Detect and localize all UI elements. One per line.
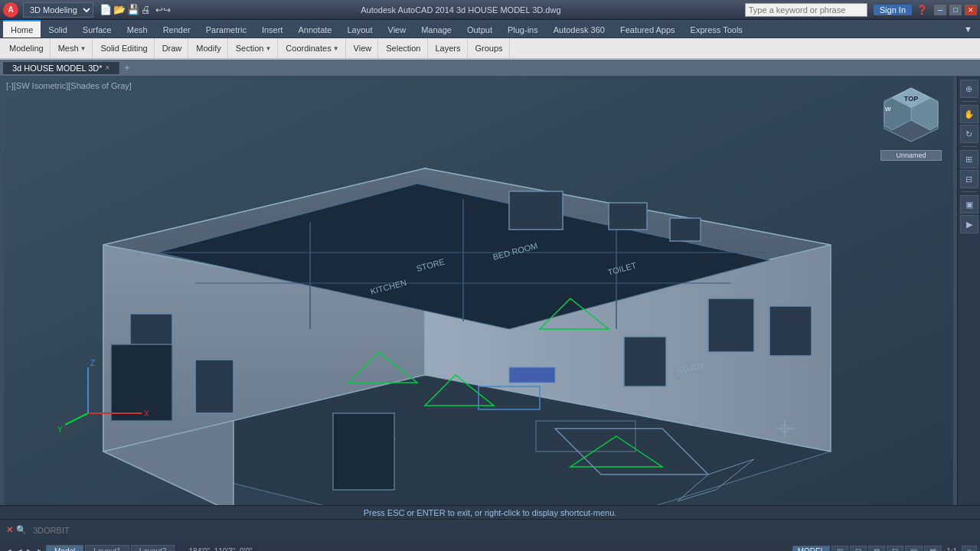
- command-clear-button[interactable]: ✕: [6, 525, 13, 535]
- layout-and-status: ◀ ◀ ▶ ▶ Model Layout1 Layout2 184'0", 11…: [0, 543, 980, 551]
- group-view[interactable]: View: [348, 38, 379, 58]
- grid-button[interactable]: ⊞: [831, 546, 848, 552]
- toolbar-divider-3: [962, 191, 977, 192]
- viewport-container: [-][SW Isometric][Shades of Gray]: [0, 77, 980, 505]
- redo-icon[interactable]: ↪: [163, 5, 171, 15]
- svg-rect-26: [111, 344, 172, 421]
- ribbon-content: Modeling Mesh ▼ Solid Editing Draw Modif…: [0, 38, 980, 60]
- svg-text:W: W: [885, 106, 891, 112]
- group-modify[interactable]: Modify: [190, 38, 227, 58]
- ribbon-toggle-icon[interactable]: ▼: [959, 22, 977, 36]
- sign-in-button[interactable]: Sign In: [874, 5, 912, 15]
- layout-tab-model[interactable]: Model: [46, 545, 83, 551]
- command-search-button[interactable]: 🔍: [16, 525, 27, 535]
- group-mesh[interactable]: Mesh ▼: [52, 38, 93, 58]
- help-icon[interactable]: ❓: [916, 5, 928, 15]
- tab-layout[interactable]: Layout: [339, 20, 380, 37]
- pan-button[interactable]: ✋: [960, 105, 978, 123]
- tab-view[interactable]: View: [381, 20, 414, 37]
- bottom-bar: ◀ ◀ ▶ ▶ Model Layout1 Layout2 184'0", 11…: [0, 543, 980, 551]
- svg-rect-22: [195, 360, 234, 413]
- tab-insert[interactable]: Insert: [254, 20, 291, 37]
- svg-rect-20: [670, 218, 701, 241]
- svg-rect-24: [769, 306, 812, 356]
- tab-manage[interactable]: Manage: [413, 20, 459, 37]
- toolbar-divider-2: [962, 146, 977, 147]
- command-area: ✕ 🔍: [0, 519, 980, 540]
- view-cube-settings[interactable]: ▣: [960, 195, 978, 214]
- svg-text:X: X: [144, 409, 149, 418]
- layout-tab-layout2[interactable]: Layout2: [131, 545, 175, 551]
- group-modeling[interactable]: Modeling: [3, 38, 51, 58]
- layout-tab-layout1[interactable]: Layout1: [85, 545, 129, 551]
- tab-output[interactable]: Output: [459, 20, 500, 37]
- group-layers[interactable]: Layers: [430, 38, 468, 58]
- open-icon[interactable]: 📂: [113, 4, 126, 15]
- nav-prev-arrow[interactable]: ▶: [24, 547, 35, 552]
- window-title: Autodesk AutoCAD 2014 3d HOUSE MODEL 3D.…: [177, 5, 745, 15]
- svg-rect-23: [708, 298, 754, 352]
- status-buttons: MODEL ⊞ ⊟ ⊠ ⊡ ▤ ▦ 1:1 ≡: [792, 546, 977, 552]
- doc-tab-house[interactable]: 3d HOUSE MODEL 3D* ×: [3, 62, 119, 74]
- group-selection[interactable]: Selection: [380, 38, 427, 58]
- group-groups[interactable]: Groups: [469, 38, 510, 58]
- maximize-button[interactable]: □: [949, 5, 962, 15]
- ortho-button[interactable]: ⊠: [868, 546, 885, 552]
- tab-parametric[interactable]: Parametric: [198, 20, 254, 37]
- snap-button[interactable]: ⊟: [850, 546, 867, 552]
- nav-left-arrow[interactable]: ◀: [3, 547, 14, 552]
- osnap-button[interactable]: ▤: [905, 546, 923, 552]
- close-button[interactable]: ✕: [965, 5, 977, 15]
- group-solid-editing[interactable]: Solid Editing: [94, 38, 154, 58]
- svg-rect-25: [624, 337, 666, 386]
- app-icon: A: [3, 2, 18, 18]
- tab-express-tools[interactable]: Express Tools: [683, 20, 750, 37]
- print-icon[interactable]: 🖨: [141, 4, 151, 15]
- title-bar: A 3D Modeling 📄 📂 💾 🖨 ↩ ↪ Autodesk AutoC…: [0, 0, 980, 20]
- group-section[interactable]: Section ▼: [230, 38, 279, 58]
- otrack-button[interactable]: ▦: [924, 546, 942, 552]
- scale-display: 1:1: [943, 547, 960, 552]
- doc-tabs-bar: 3d HOUSE MODEL 3D* × +: [0, 60, 980, 77]
- nav-cube-label: Unnamed: [880, 150, 942, 161]
- right-toolbar: ⊕ ✋ ↻ ⊞ ⊟ ▣ ▶: [957, 77, 980, 505]
- steering-wheel-button[interactable]: ⊞: [960, 150, 978, 168]
- tab-featured-apps[interactable]: Featured Apps: [612, 20, 683, 37]
- showmotion-button[interactable]: ⊟: [960, 170, 978, 188]
- viewport-main[interactable]: [-][SW Isometric][Shades of Gray]: [0, 77, 957, 505]
- toolbar-divider-1: [962, 101, 977, 102]
- save-icon[interactable]: 💾: [127, 4, 139, 15]
- tab-plugins[interactable]: Plug-ins: [500, 20, 546, 37]
- zoom-extents-button[interactable]: ⊕: [960, 80, 978, 98]
- nav-right-arrow[interactable]: ◀: [14, 547, 24, 552]
- nav-cube[interactable]: TOP W: [880, 84, 942, 145]
- polar-button[interactable]: ⊡: [887, 546, 903, 552]
- tab-autodesk360[interactable]: Autodesk 360: [546, 20, 612, 37]
- undo-icon[interactable]: ↩: [155, 5, 163, 15]
- tab-solid[interactable]: Solid: [41, 20, 74, 37]
- doc-close-icon[interactable]: ×: [106, 64, 110, 72]
- tab-annotate[interactable]: Annotate: [290, 20, 339, 37]
- svg-text:Y: Y: [57, 425, 63, 434]
- new-icon[interactable]: 📄: [100, 4, 112, 15]
- expand-toolbar[interactable]: ▶: [960, 215, 978, 233]
- workspace-button[interactable]: ≡: [962, 546, 977, 552]
- tab-surface[interactable]: Surface: [75, 20, 119, 37]
- search-input[interactable]: [745, 3, 867, 17]
- tab-mesh[interactable]: Mesh: [119, 20, 155, 37]
- group-coordinates[interactable]: Coordinates ▼: [279, 38, 345, 58]
- nav-next-arrow[interactable]: ▶: [35, 547, 46, 552]
- minimize-button[interactable]: ─: [934, 5, 946, 15]
- command-input[interactable]: [33, 526, 974, 535]
- svg-rect-18: [509, 191, 563, 230]
- svg-rect-34: [509, 367, 555, 383]
- tab-home[interactable]: Home: [3, 20, 41, 37]
- viewport-label: [-][SW Isometric][Shades of Gray]: [6, 81, 132, 90]
- group-draw[interactable]: Draw: [156, 38, 189, 58]
- new-doc-icon[interactable]: +: [124, 63, 129, 73]
- orbit-button[interactable]: ↻: [960, 125, 978, 143]
- mode-dropdown[interactable]: 3D Modeling: [23, 2, 93, 18]
- model-space-button[interactable]: MODEL: [792, 546, 831, 552]
- svg-rect-19: [609, 203, 647, 230]
- tab-render[interactable]: Render: [155, 20, 198, 37]
